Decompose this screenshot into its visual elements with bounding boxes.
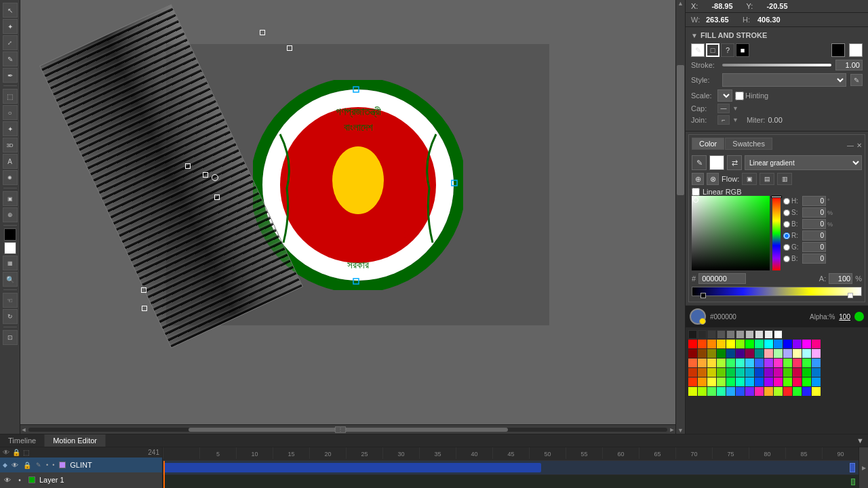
- tab-timeline[interactable]: Timeline: [0, 434, 45, 447]
- swatch-black[interactable]: [688, 330, 697, 339]
- tab-color[interactable]: Color: [692, 138, 724, 150]
- tab-motion-editor[interactable]: Motion Editor: [45, 434, 106, 447]
- tool-dropper[interactable]: ⊕: [3, 207, 18, 222]
- fill-icon-plain[interactable]: ✎: [691, 43, 705, 57]
- swatch-orange[interactable]: [707, 340, 716, 348]
- swatch-ex6[interactable]: [736, 368, 745, 377]
- swatch-br4[interactable]: [717, 378, 726, 386]
- b-input[interactable]: [802, 219, 826, 229]
- color-arrow-btn[interactable]: ⇄: [727, 155, 742, 170]
- swatch-purple[interactable]: [793, 340, 802, 348]
- swatch-dark-cyan[interactable]: [755, 349, 764, 358]
- tool-measure[interactable]: ⊡: [3, 330, 18, 345]
- swatch-darkgray1[interactable]: [698, 330, 707, 339]
- swatch-white2[interactable]: [774, 330, 783, 339]
- swatch-sp11[interactable]: [783, 359, 792, 367]
- swatch-br11[interactable]: [783, 378, 792, 386]
- swatch-ex5[interactable]: [726, 368, 735, 377]
- r-radio[interactable]: [783, 232, 790, 239]
- swatch-magenta[interactable]: [802, 340, 811, 348]
- swatch-yg14[interactable]: [812, 387, 821, 396]
- swatch-light-cyan[interactable]: [802, 349, 811, 358]
- swatch-pink[interactable]: [812, 340, 821, 348]
- vscroll-up[interactable]: ▲: [676, 0, 685, 7]
- swatch-light-red[interactable]: [764, 349, 773, 358]
- swatch-yg7[interactable]: [745, 387, 754, 396]
- stroke-value-input[interactable]: [835, 60, 863, 70]
- swatch-ex10[interactable]: [774, 368, 783, 377]
- swatch-white1[interactable]: [764, 330, 773, 339]
- tool-node[interactable]: ✦: [3, 19, 18, 34]
- layer-glint[interactable]: ◆ 👁 🔒 ✎ • • GLINT: [0, 458, 162, 472]
- tool-ellipse[interactable]: ○: [3, 105, 18, 120]
- swatch-yg4[interactable]: [717, 387, 726, 396]
- swatch-light-blue2[interactable]: [783, 349, 792, 358]
- swatch-yg11[interactable]: [783, 387, 792, 396]
- join-miter[interactable]: ⌐: [717, 115, 730, 125]
- tool-pattern[interactable]: ▦: [3, 256, 18, 270]
- gradient-bar[interactable]: [692, 287, 862, 296]
- swatch-br6[interactable]: [736, 378, 745, 386]
- swatch-gray1[interactable]: [717, 330, 726, 339]
- tool-fill-white[interactable]: [4, 242, 16, 254]
- swatch-dark-pink[interactable]: [745, 349, 754, 358]
- fill-icon-color[interactable]: ■: [736, 43, 749, 57]
- canvas-hscroll[interactable]: ◄ ► ⋮⋮⋮: [20, 424, 675, 434]
- swatch-br7[interactable]: [745, 378, 754, 386]
- swatch-br2[interactable]: [698, 378, 707, 386]
- swatch-ex9[interactable]: [764, 368, 773, 377]
- canvas-vscroll[interactable]: ▲ ▼: [675, 0, 685, 434]
- flow-btn3[interactable]: ▥: [777, 173, 792, 185]
- swatch-ex1[interactable]: [688, 368, 697, 377]
- swatch-sp12[interactable]: [793, 359, 802, 367]
- swatch-light-blue[interactable]: [774, 340, 783, 348]
- gradient-type-select[interactable]: Linear gradient: [745, 155, 862, 170]
- swatch-blue[interactable]: [783, 340, 792, 348]
- swatch-gray3[interactable]: [736, 330, 745, 339]
- swatch-sp2[interactable]: [698, 359, 707, 367]
- tool-star[interactable]: ✦: [3, 121, 18, 136]
- layer-1[interactable]: 👁 • Layer 1: [0, 472, 162, 487]
- panel-minimize[interactable]: —: [847, 142, 854, 149]
- swatch-yg3[interactable]: [707, 387, 716, 396]
- style-edit-btn[interactable]: ✎: [850, 74, 863, 86]
- swatch-ex3[interactable]: [707, 368, 716, 377]
- gradient-stop-2[interactable]: [848, 293, 853, 298]
- swatch-ex8[interactable]: [755, 368, 764, 377]
- swatch-br1[interactable]: [688, 378, 697, 386]
- tool-3d[interactable]: 3D: [3, 138, 18, 152]
- glint-lock[interactable]: 🔒: [22, 460, 32, 470]
- hscroll-right[interactable]: ►: [669, 426, 675, 433]
- color-gradient-box[interactable]: [692, 196, 770, 270]
- cap-butt[interactable]: —: [717, 104, 730, 113]
- swatch-ex4[interactable]: [717, 368, 726, 377]
- style-select[interactable]: [722, 73, 846, 87]
- hue-bar[interactable]: [772, 196, 781, 270]
- flow-icon2[interactable]: ⊗: [707, 173, 719, 185]
- swatch-sp10[interactable]: [774, 359, 783, 367]
- flow-btn1[interactable]: ▣: [742, 173, 757, 185]
- swatch-gray2[interactable]: [726, 330, 735, 339]
- layer1-end-marker[interactable]: [851, 479, 855, 485]
- swatch-br13[interactable]: [802, 378, 811, 386]
- vscroll-down[interactable]: ▼: [676, 427, 685, 434]
- swatch-br9[interactable]: [764, 378, 773, 386]
- tool-calligraphy[interactable]: ✒: [3, 68, 18, 83]
- blue-radio[interactable]: [783, 256, 790, 262]
- swatch-br8[interactable]: [755, 378, 764, 386]
- swatch-dark-blue[interactable]: [726, 349, 735, 358]
- b-radio[interactable]: [783, 221, 790, 228]
- swatch-ex2[interactable]: [698, 368, 707, 377]
- swatch-dark-red[interactable]: [688, 349, 697, 358]
- swatch-br14[interactable]: [812, 378, 821, 386]
- hscroll-left[interactable]: ◄: [20, 426, 27, 433]
- h-input[interactable]: [802, 196, 826, 206]
- swatch-sp8[interactable]: [755, 359, 764, 367]
- swatch-green-cyan[interactable]: [755, 340, 764, 348]
- swatch-yellow-green[interactable]: [736, 340, 745, 348]
- color-pencil-btn[interactable]: ✎: [692, 155, 707, 170]
- panel-close[interactable]: ✕: [856, 142, 862, 149]
- swatch-sp4[interactable]: [717, 359, 726, 367]
- swatch-sp5[interactable]: [726, 359, 735, 367]
- layer1-vis[interactable]: 👁: [3, 475, 12, 485]
